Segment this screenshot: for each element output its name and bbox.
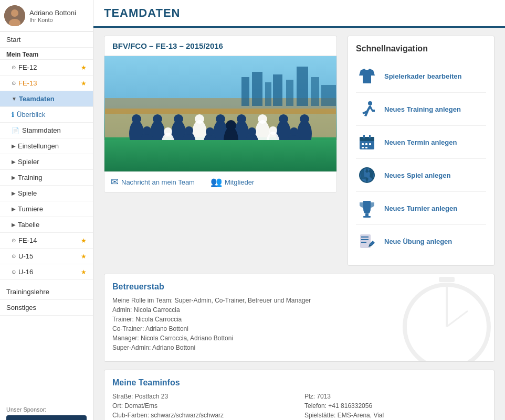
sidebar-item-einstellungen[interactable]: ▶ Einstellungen — [0, 138, 93, 154]
circle-icon-4: ⊙ — [12, 253, 16, 259]
main-content: TEAMDATEN BFV/FCO – FE-13 – 2015/2016 — [93, 0, 505, 420]
doc-icon: 📄 — [12, 127, 19, 134]
page-header: TEAMDATEN — [93, 0, 505, 28]
members-label: Mitglieder — [225, 178, 254, 186]
quick-nav-panel: Schnellnavigation Spielerkader bearbeite… — [348, 36, 495, 266]
svg-point-35 — [161, 133, 175, 158]
circle-icon: ⊙ — [12, 64, 16, 70]
user-account: Ihr Konto — [29, 17, 76, 23]
svg-rect-60 — [365, 147, 367, 148]
plz: Plz: 7013 — [304, 393, 486, 400]
svg-point-31 — [297, 120, 312, 147]
team-section: BFV/FCO – FE-13 – 2015/2016 — [104, 36, 495, 266]
qn-spiel[interactable]: Neues Spiel anlegen — [356, 159, 486, 192]
sidebar-item-sonstiges[interactable]: Sonstiges — [0, 300, 93, 316]
mein-team-label: Mein Team — [0, 48, 93, 60]
sponsor-button[interactable]: Teamsportbedarf.de — [6, 415, 87, 420]
svg-rect-13 — [321, 85, 336, 106]
qn-spielerkader[interactable]: Spielerkader bearbeiten — [356, 60, 486, 93]
team-card: BFV/FCO – FE-13 – 2015/2016 — [104, 36, 337, 192]
members-button[interactable]: 👥 Mitglieder — [211, 176, 254, 188]
calendar-icon — [356, 131, 378, 153]
qn-uebung[interactable]: Neue Übung anlegen — [356, 225, 486, 257]
telefon: Telefon: +41 816332056 — [304, 402, 486, 410]
svg-point-30 — [279, 114, 288, 124]
svg-point-18 — [153, 114, 162, 124]
svg-point-36 — [164, 127, 172, 136]
teaminfo-card: Meine Teaminfos Straße: Postfach 23 Plz:… — [104, 370, 495, 420]
sidebar-item-spiele[interactable]: ▶ Spiele — [0, 186, 93, 201]
sidebar-item-stammdaten[interactable]: 📄 Stammdaten — [0, 123, 93, 138]
svg-rect-59 — [362, 147, 364, 148]
svg-rect-55 — [369, 135, 371, 138]
sidebar-item-teamdaten[interactable]: ▼ Teamdaten — [0, 91, 93, 107]
svg-point-17 — [150, 120, 165, 147]
user-header: Adriano Bottoni Ihr Konto — [0, 0, 93, 32]
svg-point-38 — [185, 126, 193, 135]
circle-icon-5: ⊙ — [12, 269, 16, 275]
svg-point-44 — [248, 127, 256, 136]
svg-rect-58 — [369, 143, 371, 145]
svg-point-1 — [11, 9, 18, 17]
sidebar-item-u15[interactable]: ⊙ U-15 ★ — [0, 249, 93, 264]
arrow-right-icon-5: ▶ — [12, 206, 16, 212]
arrow-right-icon-1: ▶ — [12, 143, 16, 149]
sidebar-item-trainingslehre[interactable]: Trainingslehre — [0, 284, 93, 300]
shirt-icon — [356, 65, 378, 87]
qn-training[interactable]: Neues Training anlegen — [356, 93, 486, 126]
arrow-right-icon-6: ▶ — [12, 222, 16, 228]
svg-rect-56 — [362, 143, 364, 145]
svg-rect-12 — [311, 77, 319, 106]
spielstaette: Spielstätte: EMS-Arena, Vial — [304, 412, 486, 419]
sidebar-item-tabelle[interactable]: ▶ Tabelle — [0, 217, 93, 233]
star-icon-5: ★ — [81, 268, 87, 276]
svg-rect-66 — [361, 236, 369, 238]
message-button[interactable]: ✉ Nachricht an mein Team — [111, 176, 195, 188]
user-info: Adriano Bottoni Ihr Konto — [29, 9, 76, 23]
betreuerstab-title: Betreuerstab — [112, 282, 486, 292]
qn-termin[interactable]: Neuen Termin anlegen — [356, 126, 486, 159]
svg-rect-68 — [361, 242, 366, 243]
admin-row: Admin: Nicola Carroccia — [112, 306, 486, 314]
svg-rect-8 — [265, 82, 271, 106]
svg-point-42 — [226, 120, 236, 131]
arrow-right-icon-2: ▶ — [12, 159, 16, 165]
qn-turnier[interactable]: Neues Turnier anlegen — [356, 192, 486, 225]
star-icon-3: ★ — [81, 237, 87, 244]
svg-point-43 — [245, 133, 259, 158]
sidebar-item-start[interactable]: Start — [0, 32, 93, 48]
arrow-down-icon: ▼ — [12, 96, 17, 102]
svg-rect-9 — [273, 74, 282, 106]
svg-rect-72 — [439, 277, 455, 282]
svg-point-37 — [182, 132, 196, 157]
qn-turnier-label: Neues Turnier anlegen — [384, 204, 457, 212]
sidebar-item-training[interactable]: ▶ Training — [0, 170, 93, 186]
svg-rect-67 — [361, 239, 369, 240]
sidebar-item-turniere[interactable]: ▶ Turniere — [0, 201, 93, 217]
sidebar-item-fe12[interactable]: ⊙ FE-12 ★ — [0, 60, 93, 76]
qn-uebung-label: Neue Übung anlegen — [384, 238, 452, 245]
sponsor-section: Unser Sponsor: Teamsportbedarf.de — [0, 401, 93, 420]
svg-point-21 — [192, 120, 207, 147]
svg-point-20 — [174, 114, 183, 124]
sidebar-item-spieler[interactable]: ▶ Spieler — [0, 154, 93, 170]
sidebar-item-fe14[interactable]: ⊙ FE-14 ★ — [0, 233, 93, 249]
svg-point-27 — [255, 120, 270, 147]
trainer-row: Trainer: Nicola Carroccia — [112, 316, 486, 323]
ort: Ort: Domat/Ems — [112, 402, 294, 410]
betreuerstab-card: Betreuerstab Meine Rolle im Team: Super-… — [104, 274, 495, 362]
info-icon: ℹ — [12, 111, 14, 119]
svg-point-19 — [171, 120, 186, 147]
svg-point-29 — [276, 120, 291, 147]
superadmin-row: Super-Admin: Adriano Bottoni — [112, 344, 486, 351]
sidebar-item-fe13[interactable]: ⊙ FE-13 ★ — [0, 76, 93, 91]
star-icon-2: ★ — [81, 80, 87, 87]
svg-rect-6 — [241, 77, 249, 106]
circle-icon-2: ⊙ — [12, 80, 16, 86]
club-farben: Club-Farben: schwarz/schwarz/schwarz — [112, 412, 294, 419]
info-section: Betreuerstab Meine Rolle im Team: Super-… — [104, 274, 495, 420]
svg-rect-14 — [105, 137, 336, 171]
sidebar-item-u16[interactable]: ⊙ U-16 ★ — [0, 264, 93, 280]
svg-point-45 — [266, 132, 280, 157]
sidebar-item-ueberblick[interactable]: ℹ Überblick — [0, 107, 93, 123]
